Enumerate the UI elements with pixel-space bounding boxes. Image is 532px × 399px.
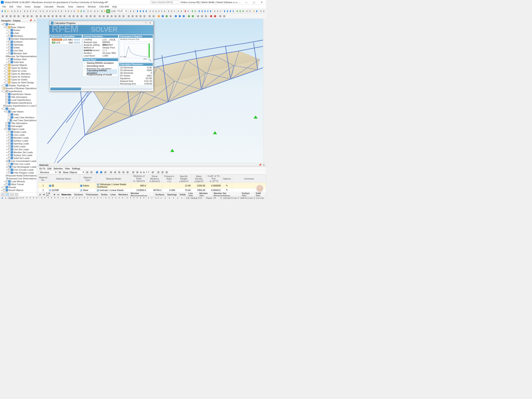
- toolbar-button[interactable]: [68, 14, 71, 18]
- structure-dropdown[interactable]: Structure▾: [39, 171, 57, 174]
- tree-checkbox[interactable]: [5, 26, 8, 28]
- cs-icon[interactable]: [1, 196, 4, 200]
- toolbar-button[interactable]: [59, 14, 62, 18]
- table-tab[interactable]: Materials: [60, 193, 73, 196]
- mat-menu-selection[interactable]: Selection: [53, 167, 63, 170]
- toolbar-button[interactable]: [132, 9, 135, 13]
- tree-checkbox[interactable]: [8, 50, 10, 52]
- toolbar-button[interactable]: [139, 9, 142, 13]
- toolbar-button[interactable]: [242, 9, 244, 13]
- close-button[interactable]: ✕: [258, 0, 265, 4]
- tree-checkbox[interactable]: [5, 64, 8, 66]
- toolbar-button[interactable]: [29, 9, 32, 13]
- tree-item[interactable]: ▸Member Loads: [0, 136, 37, 139]
- tree-checkbox[interactable]: [8, 172, 10, 174]
- toolbar-button[interactable]: [178, 14, 182, 18]
- tree-item[interactable]: Title Information: [0, 122, 37, 125]
- tree-item[interactable]: ▸Member Sets: [0, 52, 37, 55]
- toolbar-button[interactable]: [232, 9, 235, 13]
- tree-checkbox[interactable]: [5, 96, 8, 98]
- toolbar-button[interactable]: [139, 14, 142, 18]
- tree-checkbox[interactable]: [8, 116, 10, 119]
- toolbar-button[interactable]: [102, 14, 106, 18]
- toolbar-button[interactable]: [87, 9, 89, 13]
- tree-checkbox[interactable]: [5, 93, 8, 95]
- toolbar-button[interactable]: [127, 14, 131, 18]
- tree-item[interactable]: ▸Free Rectangular Loads: [0, 165, 37, 168]
- toolbar-button[interactable]: [177, 9, 180, 13]
- mat-menu-go-to[interactable]: Go To: [39, 167, 45, 170]
- toolbar-button[interactable]: [142, 9, 145, 13]
- toolbar-button[interactable]: [182, 14, 186, 18]
- toolbar-button[interactable]: [136, 9, 139, 13]
- toolbar-button[interactable]: [158, 9, 160, 13]
- menu-view[interactable]: View: [15, 5, 23, 8]
- toolbar-button[interactable]: [209, 14, 213, 18]
- nav-tab-data[interactable]: [1, 193, 5, 196]
- toolbar-button[interactable]: [72, 14, 76, 18]
- tree-item[interactable]: Imposed Nodal Deformations: [0, 174, 37, 177]
- tree-item[interactable]: ▸Members: [0, 34, 37, 38]
- toolbar-button[interactable]: [77, 9, 80, 13]
- tree-item[interactable]: Units: [0, 113, 37, 116]
- dialog-help-button[interactable]: ?: [144, 22, 148, 24]
- toolbar-button[interactable]: [103, 9, 106, 13]
- tree-checkbox[interactable]: [3, 186, 5, 189]
- table-tab[interactable]: Lines: [109, 193, 117, 196]
- tree-item[interactable]: Display Imperfections in Load Cases & C.…: [0, 104, 37, 107]
- toolbar-button[interactable]: [70, 9, 73, 13]
- toolbar-button[interactable]: [200, 14, 204, 18]
- tree-checkbox[interactable]: [5, 125, 8, 127]
- tree-checkbox[interactable]: [5, 82, 8, 84]
- toolbar-button[interactable]: [54, 9, 57, 13]
- tree-item[interactable]: Load Case Descriptions: [0, 119, 37, 122]
- toolbar-button[interactable]: [145, 9, 147, 13]
- table-tab[interactable]: Nodes: [100, 193, 109, 196]
- toolbar-button[interactable]: [26, 9, 29, 13]
- tree-checkbox[interactable]: [8, 44, 10, 46]
- toolbar-button[interactable]: [35, 9, 38, 13]
- toolbar-button[interactable]: [198, 9, 201, 13]
- toolbar-button[interactable]: [13, 9, 16, 13]
- nav-tab-results[interactable]: [14, 193, 18, 196]
- tree-item[interactable]: ▸Wind Tunnel: [0, 183, 37, 186]
- dialog-close-button[interactable]: ✕: [148, 22, 152, 24]
- toolbar-button[interactable]: [262, 9, 265, 13]
- tree-item[interactable]: ▸Types for Solids: [0, 78, 37, 81]
- table-tab[interactable]: Surfaces: [154, 193, 166, 196]
- toolbar-button[interactable]: [94, 9, 96, 13]
- dialog-titlebar[interactable]: Calculation Progress ? ✕: [50, 21, 153, 25]
- tree-item[interactable]: ▸Free Circular Loads: [0, 168, 37, 171]
- mat-menu-settings[interactable]: Settings: [72, 167, 80, 170]
- toolbar-button[interactable]: [131, 14, 134, 18]
- toolbar-button[interactable]: [184, 9, 187, 13]
- toolbar-button[interactable]: [163, 9, 166, 13]
- toolbar-button[interactable]: [209, 9, 212, 13]
- table-tab[interactable]: Openings: [166, 193, 178, 196]
- toolbar-button[interactable]: [216, 9, 219, 13]
- tree-checkbox[interactable]: [8, 148, 10, 151]
- toolbar-button[interactable]: [170, 9, 173, 13]
- tree-item[interactable]: ▸Surface Set Loads: [0, 154, 37, 157]
- toolbar-button[interactable]: [152, 14, 155, 18]
- toolbar-button[interactable]: [26, 14, 30, 18]
- category-dropdown[interactable]: Basic Objects▾: [62, 171, 85, 174]
- tree-item[interactable]: ▾Model: [0, 23, 37, 26]
- toolbar-button[interactable]: [204, 14, 208, 18]
- tree-item[interactable]: Imperfection Values: [0, 93, 37, 95]
- toolbar-button[interactable]: [169, 14, 172, 18]
- toolbar-button[interactable]: [4, 9, 6, 13]
- tree-item[interactable]: ▸Openings: [0, 43, 37, 46]
- menu-cad-bim[interactable]: CAD-BIM: [98, 5, 110, 8]
- mat-menu-view[interactable]: View: [65, 167, 70, 170]
- tree-checkbox[interactable]: [8, 157, 10, 159]
- toolbar-button[interactable]: [226, 9, 229, 13]
- tree-checkbox[interactable]: [3, 108, 5, 110]
- menu-assign[interactable]: Assign: [32, 5, 42, 8]
- table-tab[interactable]: Thicknesses: [84, 193, 100, 196]
- toolbar-button[interactable]: [98, 14, 102, 18]
- menu-tools[interactable]: Tools: [66, 5, 75, 8]
- toolbar-button[interactable]: [96, 9, 99, 13]
- tree-item[interactable]: ▸Solid Loads: [0, 145, 37, 148]
- tree-checkbox[interactable]: [5, 79, 8, 81]
